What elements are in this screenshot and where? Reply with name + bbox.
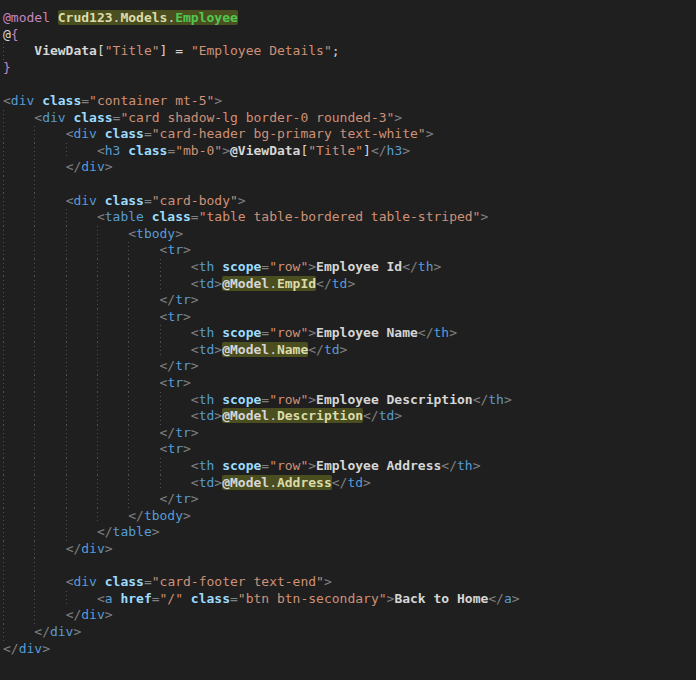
code-token: > <box>480 209 488 224</box>
code-line[interactable]: <th scope="row">Employee Name</th> <box>0 325 696 342</box>
code-token: </ <box>160 358 176 373</box>
code-token: class <box>42 93 81 108</box>
code-line[interactable]: <th scope="row">Employee Description</th… <box>0 392 696 409</box>
code-line[interactable]: <table class="table table-bordered table… <box>0 209 696 226</box>
code-line[interactable]: </table> <box>0 524 696 541</box>
code-line[interactable]: <td>@Model.Address</td> <box>0 475 696 492</box>
code-token: @Model <box>222 475 269 490</box>
code-token <box>97 193 105 208</box>
code-line[interactable]: <div class="container mt-5"> <box>0 93 696 110</box>
indent-guide <box>128 276 129 293</box>
indent-guide <box>128 491 129 508</box>
code-token: </ <box>441 458 457 473</box>
code-line[interactable]: ViewData["Title"] = "Employee Details"; <box>0 43 696 60</box>
code-token: th <box>488 392 504 407</box>
code-line[interactable]: </tr> <box>0 292 696 309</box>
code-token: . <box>269 276 277 291</box>
code-line[interactable]: </tr> <box>0 425 696 442</box>
code-line[interactable]: @{ <box>0 27 696 44</box>
code-token: </ <box>418 325 434 340</box>
code-line[interactable]: <div class="card-footer text-end"> <box>0 574 696 591</box>
code-line[interactable]: <tbody> <box>0 226 696 243</box>
indent-guide <box>3 276 4 293</box>
code-line[interactable]: <div class="card-header bg-primary text-… <box>0 126 696 143</box>
indent-guide <box>66 425 67 442</box>
indent-guide <box>97 309 98 326</box>
indent-guide <box>34 292 35 309</box>
code-token: </ <box>160 491 176 506</box>
indent-guide <box>128 392 129 409</box>
code-token: > <box>152 524 160 539</box>
code-line[interactable]: <th scope="row">Employee Id</th> <box>0 259 696 276</box>
code-token: Back to Home <box>394 591 488 606</box>
code-line[interactable]: @model Crud123.Models.Employee <box>0 10 696 27</box>
code-token <box>214 458 222 473</box>
symbol-highlight: Crud123.Models.Employee <box>58 10 238 25</box>
code-editor[interactable]: @model Crud123.Models.Employee@{ ViewDat… <box>0 0 696 680</box>
code-token: @Model <box>222 408 269 423</box>
code-token <box>3 209 97 224</box>
code-token <box>97 574 105 589</box>
code-line[interactable]: </div> <box>0 607 696 624</box>
code-line[interactable]: <div class="card shadow-lg border-0 roun… <box>0 110 696 127</box>
code-line[interactable]: </div> <box>0 624 696 641</box>
code-line[interactable] <box>0 558 696 575</box>
code-token: scope <box>222 259 261 274</box>
code-token: = <box>81 93 89 108</box>
code-token: scope <box>222 458 261 473</box>
code-line[interactable]: </tr> <box>0 358 696 375</box>
code-token: . <box>269 408 277 423</box>
code-token: class <box>152 209 191 224</box>
code-token: } <box>3 60 11 75</box>
code-token: > <box>394 408 402 423</box>
indent-guide <box>34 491 35 508</box>
code-line[interactable]: </div> <box>0 641 696 658</box>
code-token: ; <box>332 43 340 58</box>
code-token: "card shadow-lg border-0 rounded-3" <box>120 110 394 125</box>
code-line[interactable]: <tr> <box>0 375 696 392</box>
code-token <box>183 591 191 606</box>
code-line[interactable]: </tr> <box>0 491 696 508</box>
code-line[interactable]: </tbody> <box>0 508 696 525</box>
code-line[interactable]: <tr> <box>0 441 696 458</box>
code-line[interactable]: <a href="/" class="btn btn-secondary">Ba… <box>0 591 696 608</box>
indent-guide <box>34 159 35 176</box>
code-line[interactable]: <tr> <box>0 309 696 326</box>
code-token: > <box>73 624 81 639</box>
code-token: = <box>152 591 160 606</box>
code-token: = <box>261 458 269 473</box>
indent-guide <box>34 143 35 160</box>
indent-guide <box>3 143 4 160</box>
code-line[interactable]: <h3 class="mb-0">@ViewData["Title"]</h3> <box>0 143 696 160</box>
code-token <box>3 441 160 456</box>
code-token: Models <box>120 10 167 25</box>
code-token: </ <box>66 607 82 622</box>
code-token: < <box>191 259 199 274</box>
code-token <box>3 309 160 324</box>
code-token: < <box>191 408 199 423</box>
code-line[interactable] <box>0 76 696 93</box>
code-token: = <box>167 43 190 58</box>
code-token: Employee Description <box>316 392 473 407</box>
code-line[interactable]: <th scope="row">Employee Address</th> <box>0 458 696 475</box>
code-line[interactable]: } <box>0 60 696 77</box>
code-token: div <box>42 110 65 125</box>
indent-guide <box>34 259 35 276</box>
code-line[interactable]: <div class="card-body"> <box>0 193 696 210</box>
code-token: = <box>191 209 199 224</box>
code-line[interactable]: <td>@Model.Name</td> <box>0 342 696 359</box>
code-line[interactable] <box>0 176 696 193</box>
code-token: td <box>199 475 215 490</box>
code-line[interactable]: <td>@Model.Description</td> <box>0 408 696 425</box>
code-token: > <box>191 358 199 373</box>
code-token: div <box>19 641 42 656</box>
indent-guide <box>34 425 35 442</box>
code-line[interactable]: </div> <box>0 541 696 558</box>
code-line[interactable]: </div> <box>0 159 696 176</box>
code-line[interactable]: <td>@Model.EmpId</td> <box>0 276 696 293</box>
indent-guide <box>3 292 4 309</box>
code-token: </ <box>160 292 176 307</box>
indent-guide <box>34 591 35 608</box>
code-token: table <box>113 524 152 539</box>
code-line[interactable]: <tr> <box>0 242 696 259</box>
